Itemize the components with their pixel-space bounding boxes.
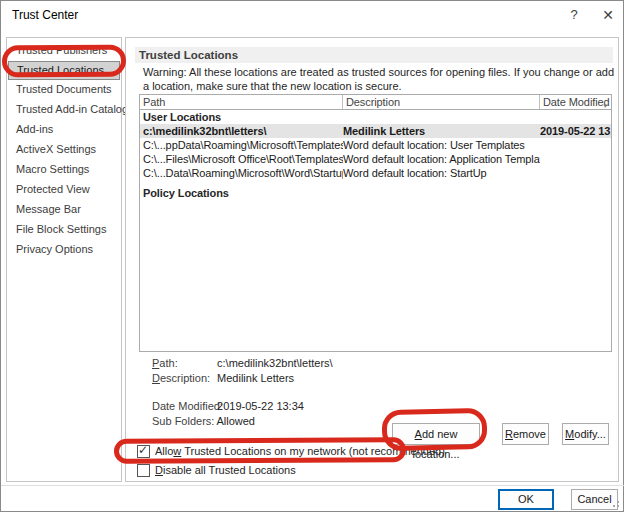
detail-date-modified-label: Date Modified: [152, 400, 214, 412]
row-description: Medilink Letters [343, 124, 540, 138]
disable-all-trusted-locations-checkbox[interactable]: ✓Disable all Trusted Locations [137, 464, 296, 480]
sidebar-item-privacy-options[interactable]: Privacy Options [7, 240, 121, 260]
sidebar-item-trusted-addin-catalogs[interactable]: Trusted Add-in Catalogs [7, 100, 121, 120]
warning-text: Warning: All these locations are treated… [143, 65, 615, 93]
footer-divider [1, 485, 624, 486]
column-header-path[interactable]: Path [140, 95, 343, 109]
checkbox-box: ✓ [137, 464, 150, 477]
allow-network-locations-checkbox[interactable]: ✓Allow Trusted Locations on my network (… [137, 445, 445, 461]
detail-description-value: Medilink Letters [217, 372, 294, 384]
detail-path-label: Path: [152, 357, 214, 369]
row-date-modified [540, 138, 611, 152]
help-icon[interactable]: ? [564, 6, 584, 24]
column-header-date-modified[interactable]: Date Modified ▼ [540, 95, 611, 109]
main-panel: Trusted Locations Warning: All these loc… [125, 37, 619, 482]
row-description: Word default location: StartUp [343, 166, 540, 180]
table-row[interactable]: C:\...Files\Microsoft Office\Root\Templa… [140, 152, 611, 166]
sidebar-item-trusted-documents[interactable]: Trusted Documents [7, 80, 121, 100]
group-header-policy-locations: Policy Locations [140, 186, 611, 200]
detail-path-value: c:\medilink32bnt\letters\ [217, 357, 333, 369]
resize-grip[interactable] [617, 505, 619, 507]
detail-description-label: Description: [152, 372, 214, 384]
sidebar-item-add-ins[interactable]: Add-ins [7, 120, 121, 140]
row-path: c:\medilink32bnt\letters\ [140, 124, 343, 138]
trust-center-dialog: Trust Center ? ✕ Trusted Publishers Trus… [0, 0, 624, 512]
row-date-modified [540, 166, 611, 180]
row-path: C:\...Data\Roaming\Microsoft\Word\Startu… [140, 166, 343, 180]
sidebar-item-trusted-locations[interactable]: Trusted Locations [8, 61, 120, 80]
table-row[interactable]: c:\medilink32bnt\letters\ Medilink Lette… [140, 124, 611, 138]
section-title: Trusted Locations [135, 47, 613, 63]
sidebar-item-activex-settings[interactable]: ActiveX Settings [7, 140, 121, 160]
column-header-description[interactable]: Description [343, 95, 540, 109]
close-icon[interactable]: ✕ [598, 6, 618, 24]
sidebar-item-file-block-settings[interactable]: File Block Settings [7, 220, 121, 240]
trusted-locations-table: Path Description Date Modified ▼ User Lo… [139, 94, 612, 352]
detail-date-modified: Date Modified: 2019-05-22 13:34 [152, 400, 304, 412]
row-description: Word default location: User Templates [343, 138, 540, 152]
checkbox-label: Disable all Trusted Locations [155, 464, 296, 476]
detail-sub-folders: Sub Folders: Allowed [152, 415, 255, 427]
table-row[interactable]: C:\...Data\Roaming\Microsoft\Word\Startu… [140, 166, 611, 180]
remove-button[interactable]: Remove [502, 423, 549, 445]
checkbox-box: ✓ [137, 445, 150, 458]
add-new-location-button[interactable]: Add new location... [392, 423, 480, 445]
detail-sub-folders-label: Sub Folders: [152, 415, 214, 427]
title-bar: Trust Center ? ✕ [1, 1, 623, 29]
table-header: Path Description Date Modified ▼ [140, 95, 611, 110]
check-icon: ✓ [138, 443, 148, 457]
group-header-user-locations: User Locations [140, 110, 611, 124]
modify-button[interactable]: Modify... [562, 423, 609, 445]
row-date-modified [540, 152, 611, 166]
sidebar-item-protected-view[interactable]: Protected View [7, 180, 121, 200]
sidebar-item-message-bar[interactable]: Message Bar [7, 200, 121, 220]
sort-descending-icon: ▼ [602, 99, 608, 109]
row-path: C:\...ppData\Roaming\Microsoft\Templates… [140, 138, 343, 152]
category-sidebar: Trusted Publishers Trusted Locations Tru… [6, 37, 122, 482]
sidebar-item-macro-settings[interactable]: Macro Settings [7, 160, 121, 180]
column-header-date-label: Date Modified [543, 96, 610, 108]
checkbox-label: Allow Trusted Locations on my network (n… [155, 445, 445, 457]
detail-sub-folders-value: Allowed [216, 415, 255, 427]
detail-description: Description: Medilink Letters [152, 372, 294, 384]
row-date-modified: 2019-05-22 13:34 [540, 124, 611, 138]
window-title: Trust Center [12, 8, 78, 22]
detail-date-modified-value: 2019-05-22 13:34 [217, 400, 304, 412]
table-row[interactable]: C:\...ppData\Roaming\Microsoft\Templates… [140, 138, 611, 152]
ok-button[interactable]: OK [498, 489, 554, 510]
row-description: Word default location: Application Templ… [343, 152, 540, 166]
sidebar-item-trusted-publishers[interactable]: Trusted Publishers [7, 41, 121, 61]
row-path: C:\...Files\Microsoft Office\Root\Templa… [140, 152, 343, 166]
detail-path: Path: c:\medilink32bnt\letters\ [152, 357, 333, 369]
cancel-button[interactable]: Cancel [571, 489, 618, 510]
